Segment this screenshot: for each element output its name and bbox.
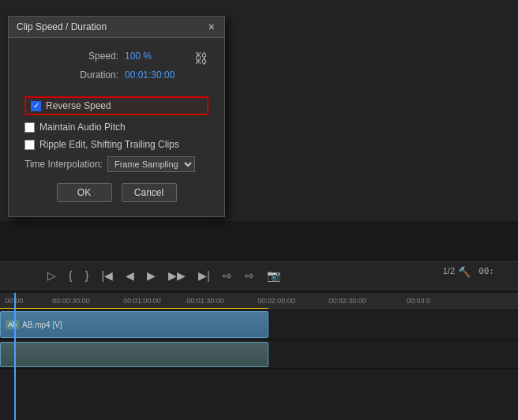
- cancel-button[interactable]: Cancel: [122, 183, 177, 202]
- ripple-edit-checkbox[interactable]: [24, 140, 35, 150]
- dialog-title: Clip Speed / Duration: [17, 21, 107, 32]
- maintain-audio-label: Maintain Audio Pitch: [39, 122, 126, 133]
- dialog-content: Speed: 100 % Duration: 00:01:30:00 ⛓ ✓ R…: [9, 38, 224, 216]
- clip-speed-dialog: Clip Speed / Duration × Speed: 100 % Dur…: [8, 16, 225, 217]
- link-chain-icon[interactable]: ⛓: [194, 51, 208, 67]
- modal-overlay: Clip Speed / Duration × Speed: 100 % Dur…: [0, 0, 518, 420]
- speed-row: Speed: 100 %: [24, 51, 188, 62]
- speed-value[interactable]: 100 %: [125, 51, 188, 62]
- ok-button[interactable]: OK: [57, 183, 112, 202]
- reverse-speed-label: Reverse Speed: [46, 100, 111, 111]
- ripple-edit-row: Ripple Edit, Shifting Trailing Clips: [24, 139, 208, 150]
- dialog-titlebar: Clip Speed / Duration ×: [9, 17, 224, 38]
- time-interp-select[interactable]: Frame Sampling: [107, 156, 195, 172]
- checkmark-icon: ✓: [33, 102, 39, 110]
- maintain-audio-checkbox[interactable]: [24, 122, 35, 133]
- maintain-audio-row: Maintain Audio Pitch: [24, 122, 208, 133]
- duration-row: Duration: 00:01:30:00: [24, 69, 188, 81]
- reverse-speed-checkbox[interactable]: ✓: [31, 101, 41, 111]
- ripple-edit-label: Ripple Edit, Shifting Trailing Clips: [39, 139, 179, 150]
- duration-label: Duration:: [71, 69, 118, 81]
- fields-group: Speed: 100 % Duration: 00:01:30:00: [24, 51, 188, 88]
- reverse-speed-row: ✓ Reverse Speed: [24, 96, 208, 115]
- speed-label: Speed:: [71, 51, 118, 62]
- time-interp-label: Time Interpolation:: [24, 159, 103, 170]
- dialog-close-button[interactable]: ×: [207, 21, 216, 32]
- time-interpolation-row: Time Interpolation: Frame Sampling: [24, 156, 208, 172]
- speed-duration-group: Speed: 100 % Duration: 00:01:30:00 ⛓: [24, 51, 208, 88]
- dialog-buttons: OK Cancel: [24, 183, 208, 207]
- duration-value[interactable]: 00:01:30:00: [125, 69, 188, 81]
